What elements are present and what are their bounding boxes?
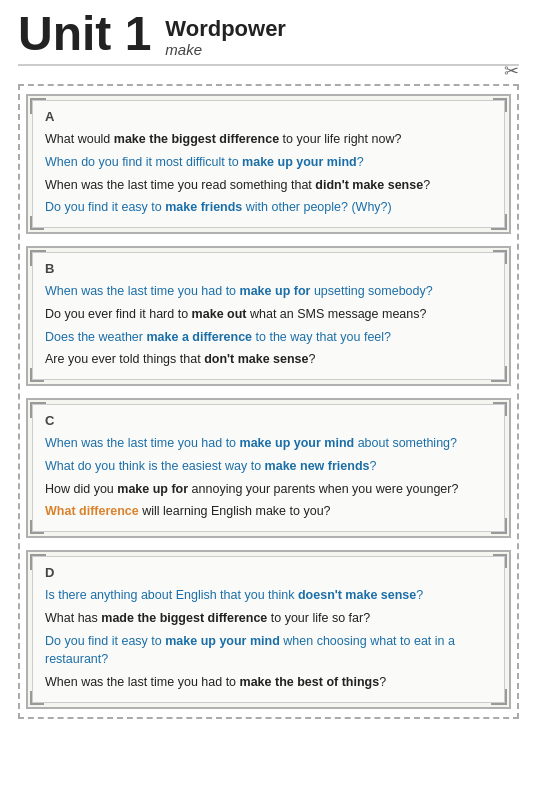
card-inner-d: DIs there anything about English that yo… (32, 556, 505, 703)
card-inner-b: BWhen was the last time you had to make … (32, 252, 505, 380)
scissors-icon: ✂ (504, 60, 519, 82)
question-part: How did you (45, 482, 117, 496)
header-right: Wordpower make (165, 17, 286, 58)
question-part: make up your mind (242, 155, 357, 169)
question-part: ? (309, 352, 316, 366)
question-part: make a difference (146, 330, 252, 344)
wordpower-title: Wordpower (165, 17, 286, 41)
question-part: what an SMS message means? (247, 307, 427, 321)
question-part: ? (423, 178, 430, 192)
question-part: When do you find it most difficult to (45, 155, 242, 169)
question-part: What do you think is the easiest way to (45, 459, 265, 473)
question-part: about something? (354, 436, 457, 450)
question-part: upsetting somebody? (310, 284, 432, 298)
question-part: What has (45, 611, 101, 625)
question-part: Does the weather (45, 330, 146, 344)
question-part: make up for (240, 284, 311, 298)
cards-container: AWhat would make the biggest difference … (18, 84, 519, 719)
question: When was the last time you had to make t… (45, 673, 492, 692)
question: What do you think is the easiest way to … (45, 457, 492, 476)
question: Do you ever find it hard to make out wha… (45, 305, 492, 324)
question: When was the last time you had to make u… (45, 282, 492, 301)
question-part: make up for (117, 482, 188, 496)
card-label-a: A (45, 109, 492, 124)
question-part: made the biggest difference (101, 611, 267, 625)
question-part: don't make sense (204, 352, 308, 366)
unit-label: Unit 1 (18, 10, 151, 58)
card-a: AWhat would make the biggest difference … (26, 94, 511, 234)
question: How did you make up for annoying your pa… (45, 480, 492, 499)
card-label-c: C (45, 413, 492, 428)
question-part: will learning English (139, 504, 256, 518)
question-part: annoying your parents when you were youn… (188, 482, 458, 496)
question: Do you find it easy to make friends with… (45, 198, 492, 217)
question-part: Do you ever find it hard to (45, 307, 192, 321)
question-part: Do you find it easy to (45, 200, 165, 214)
question-part: make new friends (265, 459, 370, 473)
card-inner-c: CWhen was the last time you had to make … (32, 404, 505, 532)
question-part: Are you ever told things that (45, 352, 204, 366)
make-subtitle: make (165, 41, 286, 58)
question-part: make up your mind (240, 436, 355, 450)
question-part: make the biggest difference (114, 132, 279, 146)
question-part: ? (379, 675, 386, 689)
question: What would make the biggest difference t… (45, 130, 492, 149)
question: When was the last time you had to make u… (45, 434, 492, 453)
question-part: to your life so far? (267, 611, 370, 625)
question-part: to your life right now? (279, 132, 401, 146)
question: When do you find it most difficult to ma… (45, 153, 492, 172)
card-label-b: B (45, 261, 492, 276)
question: What has made the biggest difference to … (45, 609, 492, 628)
question-part: When was the last time you read somethin… (45, 178, 315, 192)
question-part: make out (192, 307, 247, 321)
question-part: What would (45, 132, 114, 146)
question-part: to the way that you feel? (252, 330, 391, 344)
question-part: When was the last time you had to (45, 284, 240, 298)
question-part: ? (416, 588, 423, 602)
question: When was the last time you read somethin… (45, 176, 492, 195)
question-part: Do you find it easy to (45, 634, 165, 648)
question-part: with other people? (Why?) (242, 200, 391, 214)
question: What difference will learning English ma… (45, 502, 492, 521)
question-part: doesn't make sense (298, 588, 416, 602)
question-part: didn't make sense (315, 178, 423, 192)
question-part: to you? (286, 504, 330, 518)
card-c: CWhen was the last time you had to make … (26, 398, 511, 538)
question-part: ? (369, 459, 376, 473)
question: Is there anything about English that you… (45, 586, 492, 605)
question: Do you find it easy to make up your mind… (45, 632, 492, 670)
question-part: make friends (165, 200, 242, 214)
card-b: BWhen was the last time you had to make … (26, 246, 511, 386)
question-part: Is there anything about English that you… (45, 588, 298, 602)
card-label-d: D (45, 565, 492, 580)
question-part: When was the last time you had to (45, 436, 240, 450)
card-inner-a: AWhat would make the biggest difference … (32, 100, 505, 228)
question-part: make the best of things (240, 675, 380, 689)
question-part: What difference (45, 504, 139, 518)
question: Are you ever told things that don't make… (45, 350, 492, 369)
question-part: make (256, 504, 287, 518)
question-part: ? (357, 155, 364, 169)
question-part: make up your mind (165, 634, 280, 648)
card-d: DIs there anything about English that yo… (26, 550, 511, 709)
question-part: When was the last time you had to (45, 675, 240, 689)
page-header: Unit 1 Wordpower make ✂ (18, 10, 519, 66)
question: Does the weather make a difference to th… (45, 328, 492, 347)
